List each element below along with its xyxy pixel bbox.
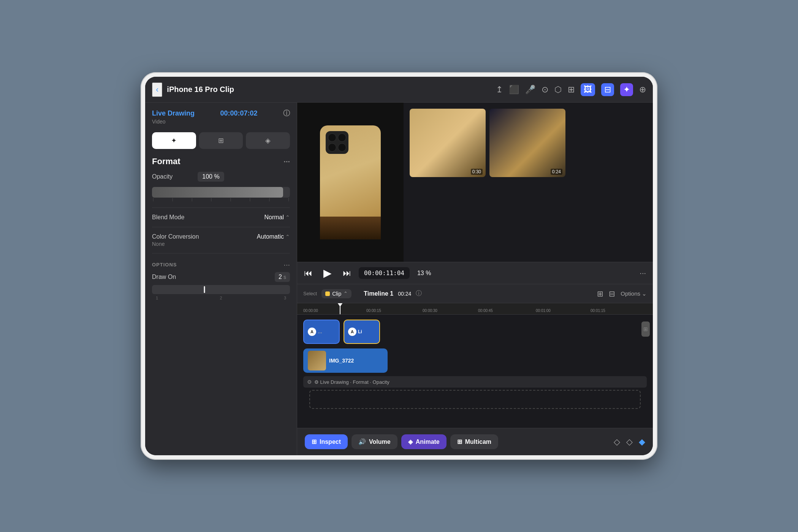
- main-clip-thumbnail: [308, 351, 326, 370]
- clip-li[interactable]: A Li: [344, 320, 380, 344]
- draw-on-slider[interactable]: [152, 285, 290, 294]
- select-label: Select: [303, 291, 317, 296]
- keyframe-add-area[interactable]: [309, 390, 641, 409]
- ruler-mark-0: 00:00:00: [303, 309, 318, 313]
- color-conversion-row: Color Conversion Automatic ⌃: [152, 233, 290, 240]
- timeline-tool-2[interactable]: ⊟: [609, 289, 615, 298]
- scroll-thumb[interactable]: ⊞: [641, 321, 650, 337]
- opacity-slider[interactable]: [152, 187, 290, 198]
- scroll-thumb-icon: ⊞: [643, 326, 648, 332]
- slider-mark-5: |: [250, 198, 250, 201]
- blend-mode-value[interactable]: Normal ⌃: [264, 214, 290, 221]
- overlay-icon[interactable]: ⊟: [601, 83, 614, 96]
- ruler-mark-2: 00:00:30: [423, 309, 437, 313]
- lens-2: [338, 133, 346, 142]
- tab-effects[interactable]: ◈: [246, 132, 290, 149]
- top-icons: ↥ ⬛ 🎤 ⊙ ⬡ ⊞ 🖼 ⊟ ✦ ⊕: [496, 83, 646, 96]
- tab-crop[interactable]: ⊞: [199, 132, 243, 149]
- mic-icon[interactable]: 🎤: [525, 85, 535, 95]
- clip-a-label: …: [318, 329, 322, 334]
- fullscreen-icon[interactable]: ⊞: [568, 85, 575, 95]
- photo-icon[interactable]: 🖼: [581, 83, 595, 96]
- format-section-title: Format ···: [145, 154, 297, 168]
- mark-3: 3: [284, 296, 286, 300]
- thumbnail-2[interactable]: 0:24: [489, 109, 565, 177]
- cc-chevron-icon: ⌃: [285, 234, 290, 240]
- share-icon[interactable]: ↥: [496, 85, 503, 95]
- divider-2: [152, 227, 290, 227]
- right-area: 0:30 0:24 ⏮ ▶ ⏭ 00:00:11:04 13: [297, 103, 653, 455]
- blend-chevron-icon: ⌃: [285, 214, 290, 220]
- keyframe-settings-icon: ⚙: [307, 379, 312, 385]
- options-label: OPTIONS: [152, 262, 177, 268]
- ruler-mark-5: 00:01:15: [591, 309, 605, 313]
- main-clip-name: IMG_3722: [329, 358, 354, 364]
- kf-add-button[interactable]: ◆: [639, 437, 645, 447]
- back-button[interactable]: ‹: [152, 82, 162, 97]
- multicam-button[interactable]: ⊞ Multicam: [450, 434, 498, 449]
- slider-mark-1: |: [172, 198, 173, 201]
- zoom-level: 13 %: [417, 270, 431, 277]
- kf-prev-button[interactable]: ◇: [614, 437, 620, 447]
- playback-more-button[interactable]: ···: [640, 269, 646, 277]
- info-icon[interactable]: ⓘ: [283, 109, 290, 118]
- lens-3: [328, 143, 336, 152]
- thumbnails-panel: 0:30 0:24: [404, 103, 653, 262]
- opacity-value: 100 %: [198, 172, 224, 182]
- skip-forward-button[interactable]: ⏭: [343, 268, 351, 278]
- clip-selector[interactable]: Clip ⌃: [321, 289, 352, 298]
- timeline-duration: 00:24: [398, 291, 411, 297]
- more-icon[interactable]: ⊕: [639, 85, 646, 95]
- draw-on-label: Draw On: [152, 274, 176, 280]
- options-more-button[interactable]: ···: [283, 260, 290, 269]
- timeline-title: Timeline 1: [364, 290, 393, 297]
- export-icon[interactable]: ⬡: [554, 85, 562, 95]
- timeline-area: Select Clip ⌃ Timeline 1 00:24 ⓘ ⊞ ⊟: [297, 284, 653, 428]
- timeline-tool-1[interactable]: ⊞: [597, 289, 603, 298]
- inspect-button[interactable]: ⊞ Inspect: [305, 434, 348, 449]
- panel-header: Live Drawing 00:00:07:02 ⓘ Video: [145, 103, 297, 128]
- track-row-upper: A … A Li: [303, 318, 647, 345]
- tab-buttons: ✦ ⊞ ◈: [145, 128, 297, 154]
- slider-mark-2: |: [192, 198, 192, 201]
- timeline-options-button[interactable]: Options ⌄: [621, 290, 647, 297]
- lens-4: [338, 143, 346, 152]
- clip-title-text: Live Drawing: [152, 109, 195, 117]
- camera-icon[interactable]: ⬛: [509, 85, 519, 95]
- slider-marks: | | | | | | | |: [152, 198, 290, 201]
- lens-1: [328, 133, 336, 142]
- format-more-button[interactable]: ···: [283, 157, 290, 166]
- timeline-info-icon[interactable]: ⓘ: [416, 290, 422, 298]
- clip-a[interactable]: A …: [303, 320, 340, 344]
- opacity-label: Opacity: [152, 173, 194, 180]
- play-button[interactable]: ▶: [320, 266, 335, 281]
- options-section: OPTIONS ··· Draw On 2 s 1: [145, 256, 297, 300]
- thumb2-image: [489, 109, 565, 177]
- kf-next-button[interactable]: ◇: [626, 437, 633, 447]
- main-content: Live Drawing 00:00:07:02 ⓘ Video ✦ ⊞ ◈ F…: [145, 103, 653, 455]
- slider-mark-3: |: [211, 198, 212, 201]
- tab-format[interactable]: ✦: [152, 132, 196, 149]
- screen: ‹ iPhone 16 Pro Clip ↥ ⬛ 🎤 ⊙ ⬡ ⊞ 🖼 ⊟ ✦ ⊕: [145, 77, 653, 455]
- skip-back-button[interactable]: ⏮: [304, 268, 312, 278]
- volume-button[interactable]: 🔊 Volume: [352, 434, 397, 449]
- clip-dot: [325, 291, 330, 296]
- preview-floor: [320, 217, 381, 239]
- opacity-row: Opacity 100 %: [145, 168, 297, 185]
- playback-bar: ⏮ ▶ ⏭ 00:00:11:04 13 % ···: [297, 262, 653, 284]
- thumb2-time: 0:24: [551, 169, 562, 175]
- main-clip[interactable]: IMG_3722: [303, 348, 388, 373]
- voiceover-icon[interactable]: ⊙: [542, 85, 548, 95]
- magic-icon[interactable]: ✦: [620, 83, 633, 96]
- phone-preview-image: [320, 125, 381, 239]
- slider-mark-4: |: [230, 198, 231, 201]
- camera-bump: [326, 131, 348, 154]
- top-bar: ‹ iPhone 16 Pro Clip ↥ ⬛ 🎤 ⊙ ⬡ ⊞ 🖼 ⊟ ✦ ⊕: [145, 77, 653, 103]
- thumbnail-1[interactable]: 0:30: [410, 109, 486, 177]
- blend-mode-row: Blend Mode Normal ⌃: [145, 210, 297, 225]
- ruler-mark-3: 00:00:45: [478, 309, 493, 313]
- animate-button[interactable]: ◈ Animate: [401, 434, 446, 449]
- color-conversion-value[interactable]: Automatic ⌃: [257, 233, 290, 240]
- thumb1-image: [410, 109, 486, 177]
- timecode[interactable]: 00:00:11:04: [359, 267, 410, 279]
